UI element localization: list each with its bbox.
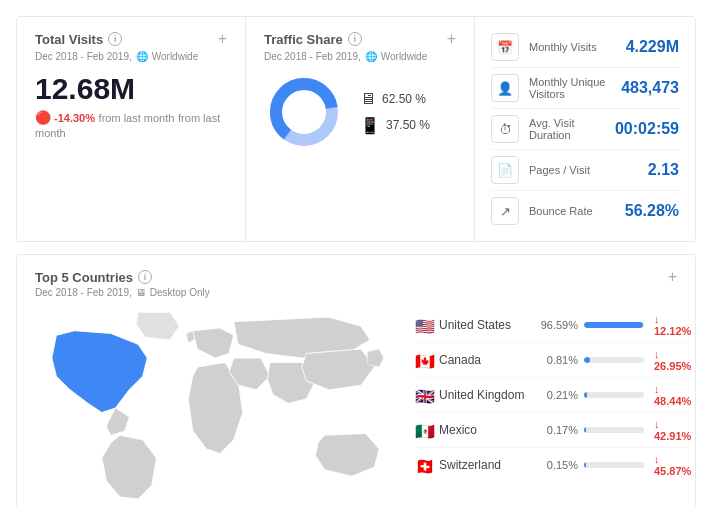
table-row: 🇨🇭 Switzerland 0.15% ↓ 45.87% [415,448,691,482]
pages-visit-icon: 📄 [491,156,519,184]
bounce-rate-metric: ↗ Bounce Rate 56.28% [491,191,679,231]
total-visits-add-icon[interactable]: + [218,31,227,47]
monthly-unique-icon: 👤 [491,74,519,102]
total-visits-change-pct: 🔴 -14.30% [35,110,95,125]
country-pct-mx: 0.17% [540,424,578,436]
desktop-legend: 🖥 62.50 % [360,90,430,108]
country-bar-ca [584,357,644,363]
ca-flag: 🇨🇦 [415,354,433,367]
avg-visit-icon: ⏱ [491,115,519,143]
traffic-legend: 🖥 62.50 % 📱 37.50 % [360,90,430,135]
traffic-share-subtitle: Dec 2018 - Feb 2019, 🌐 Worldwide [264,51,456,62]
bar-fill-mx [584,427,586,433]
avg-visit-label: Avg. Visit Duration [529,117,605,141]
country-pct-ch: 0.15% [540,459,578,471]
total-visits-value: 12.68M [35,72,227,106]
monthly-unique-metric: 👤 Monthly UniqueVisitors 483,473 [491,68,679,109]
world-map [35,308,405,506]
total-visits-subtitle: Dec 2018 - Feb 2019, 🌐 Worldwide [35,51,227,62]
mobile-icon: 📱 [360,116,380,135]
country-pct-ca: 0.81% [540,354,578,366]
country-change-us: ↓ 12.12% [654,313,691,337]
total-visits-change: 🔴 -14.30% from last month from last mont… [35,110,227,140]
desktop-pct: 62.50 % [382,92,426,106]
monthly-visits-value: 4.229M [626,38,679,56]
bounce-rate-value: 56.28% [625,202,679,220]
desktop-scope-icon: 🖥 [136,287,146,298]
countries-info-icon[interactable]: i [138,270,152,284]
us-flag: 🇺🇸 [415,319,433,332]
country-pct-us: 96.59% [540,319,578,331]
traffic-share-header: Traffic Share i + [264,31,456,47]
traffic-share-info-icon[interactable]: i [348,32,362,46]
table-row: 🇺🇸 United States 96.59% ↓ 12.12% [415,308,691,343]
country-name-us: United States [439,318,534,332]
mobile-pct: 37.50 % [386,118,430,132]
bar-fill-ch [584,462,586,468]
country-name-ca: Canada [439,353,534,367]
total-visits-header: Total Visits i + [35,31,227,47]
countries-table: 🇺🇸 United States 96.59% ↓ 12.12% 🇨🇦 Cana… [415,308,691,506]
traffic-globe-icon: 🌐 [365,51,377,62]
donut-chart [264,72,344,152]
country-change-ca: ↓ 26.95% [654,348,691,372]
countries-subtitle: Dec 2018 - Feb 2019, 🖥 Desktop Only [35,287,677,298]
country-pct-gb: 0.21% [540,389,578,401]
country-bar-mx [584,427,644,433]
country-bar-us [584,322,644,328]
bar-fill-ca [584,357,590,363]
traffic-share-title: Traffic Share i [264,32,362,47]
table-row: 🇲🇽 Mexico 0.17% ↓ 42.91% [415,413,691,448]
table-row: 🇨🇦 Canada 0.81% ↓ 26.95% [415,343,691,378]
monthly-visits-label: Monthly Visits [529,41,616,53]
countries-add-icon[interactable]: + [668,269,677,285]
country-name-gb: United Kingdom [439,388,534,402]
total-visits-info-icon[interactable]: i [108,32,122,46]
bounce-rate-icon: ↗ [491,197,519,225]
ch-flag: 🇨🇭 [415,459,433,472]
countries-card: Top 5 Countries i + Dec 2018 - Feb 2019,… [16,254,696,506]
avg-visit-value: 00:02:59 [615,120,679,138]
country-change-mx: ↓ 42.91% [654,418,691,442]
total-visits-title: Total Visits i [35,32,122,47]
countries-header: Top 5 Countries i + [35,269,677,285]
mx-flag: 🇲🇽 [415,424,433,437]
pages-visit-metric: 📄 Pages / Visit 2.13 [491,150,679,191]
monthly-visits-icon: 📅 [491,33,519,61]
bounce-rate-label: Bounce Rate [529,205,615,217]
globe-icon: 🌐 [136,51,148,62]
total-visits-card: Total Visits i + Dec 2018 - Feb 2019, 🌐 … [17,17,246,241]
gb-flag: 🇬🇧 [415,389,433,402]
country-name-ch: Switzerland [439,458,534,472]
total-visits-change-label: from last month [99,112,175,124]
metrics-panel: 📅 Monthly Visits 4.229M 👤 Monthly Unique… [475,17,695,241]
country-bar-ch [584,462,644,468]
desktop-icon: 🖥 [360,90,376,108]
pages-visit-value: 2.13 [648,161,679,179]
country-name-mx: Mexico [439,423,534,437]
traffic-content: 🖥 62.50 % 📱 37.50 % [264,72,456,152]
country-bar-gb [584,392,644,398]
country-change-gb: ↓ 48.44% [654,383,691,407]
countries-title: Top 5 Countries i [35,270,152,285]
traffic-share-card: Traffic Share i + Dec 2018 - Feb 2019, 🌐… [246,17,475,241]
avg-visit-metric: ⏱ Avg. Visit Duration 00:02:59 [491,109,679,150]
total-visits-label: Total Visits [35,32,103,47]
countries-content: 🇺🇸 United States 96.59% ↓ 12.12% 🇨🇦 Cana… [35,308,677,506]
bar-fill-us [584,322,643,328]
traffic-share-add-icon[interactable]: + [447,31,456,47]
country-change-ch: ↓ 45.87% [654,453,691,477]
bar-fill-gb [584,392,587,398]
monthly-unique-label: Monthly UniqueVisitors [529,76,611,100]
table-row: 🇬🇧 United Kingdom 0.21% ↓ 48.44% [415,378,691,413]
monthly-visits-metric: 📅 Monthly Visits 4.229M [491,27,679,68]
pages-visit-label: Pages / Visit [529,164,638,176]
mobile-legend: 📱 37.50 % [360,116,430,135]
monthly-unique-value: 483,473 [621,79,679,97]
